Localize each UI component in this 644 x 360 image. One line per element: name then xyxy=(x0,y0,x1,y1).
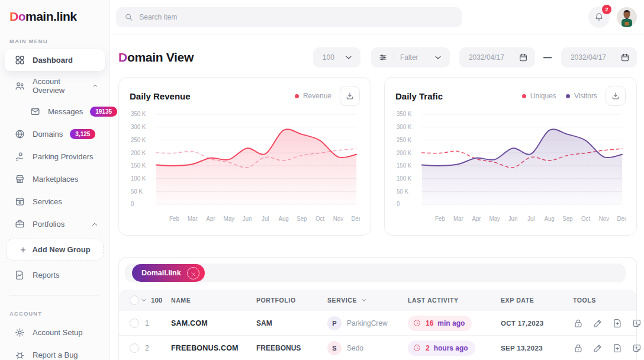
select-all-checkbox[interactable] xyxy=(130,295,139,305)
sidebar-item-label: Account Setup xyxy=(33,328,83,337)
chevron-up-icon[interactable] xyxy=(91,220,99,229)
search-input[interactable] xyxy=(139,13,453,21)
note-plus-icon xyxy=(632,318,642,329)
chevron-up-icon[interactable] xyxy=(92,82,99,90)
main-area: 2 Domain View 100 xyxy=(110,0,644,360)
row-checkbox[interactable] xyxy=(130,343,139,353)
grid-icon xyxy=(14,54,25,66)
edit-icon xyxy=(593,318,603,329)
column-header-service[interactable]: SERVICE xyxy=(327,297,408,304)
legend-item: Uniques xyxy=(522,92,556,100)
x xyxy=(191,272,196,277)
box-icon xyxy=(14,196,25,207)
column-header-tools: TOOLS xyxy=(573,297,626,304)
filter-chip[interactable]: Domail.link xyxy=(132,264,205,282)
sidebar-item-label: Dashboard xyxy=(33,56,73,65)
sidebar-item-domains[interactable]: Domains3,125 xyxy=(5,123,105,145)
file-plus-button[interactable] xyxy=(612,318,623,329)
svg-text:Sep: Sep xyxy=(562,216,573,222)
sidebar-item-label: Parking Providers xyxy=(33,152,94,161)
avatar[interactable] xyxy=(617,7,637,27)
edit-button[interactable] xyxy=(593,318,603,329)
date-to-value: 2032/04/17 xyxy=(571,53,606,62)
svg-text:Nov: Nov xyxy=(599,216,609,222)
portfolio-name: SAM xyxy=(256,319,327,327)
file-plus-button[interactable] xyxy=(612,343,623,353)
domain-name[interactable]: SAM.COM xyxy=(171,319,256,327)
filter-dropdown[interactable]: Falter xyxy=(371,47,450,68)
divider xyxy=(394,52,394,63)
svg-text:Sep: Sep xyxy=(297,216,307,222)
sliders-icon xyxy=(378,53,388,62)
clock xyxy=(413,319,421,327)
chevron-down-icon xyxy=(344,53,353,62)
filter-label: Falter xyxy=(400,53,427,62)
edit-button[interactable] xyxy=(593,343,603,353)
sidebar-item-reports[interactable]: Reports xyxy=(5,264,105,286)
chevron-down-icon xyxy=(433,53,443,62)
topbar: 2 xyxy=(110,0,644,34)
sidebar-item-label: Marketplaces xyxy=(33,175,78,184)
table-row[interactable]: 1SAM.COMSAMPParkingCrew16min agoOCT 17,2… xyxy=(119,311,636,336)
lock-button[interactable] xyxy=(573,318,584,329)
domain-name[interactable]: FREEBONUS.COM xyxy=(171,344,256,352)
portfolio-name: FREEBONUS xyxy=(256,344,327,352)
tools-cell xyxy=(573,318,642,329)
table-row[interactable]: 2FREEBONUS.COMFREEBONUSSSedo2hours agoSE… xyxy=(119,336,636,360)
sidebar-item-portfolios[interactable]: Portfolios xyxy=(5,213,105,235)
sidebar-item-messages[interactable]: Messages19135 xyxy=(5,101,105,123)
svg-text:100 K: 100 K xyxy=(131,175,146,182)
search-bar[interactable] xyxy=(116,7,462,27)
page-size-select[interactable]: 100 xyxy=(313,47,360,68)
chip-close-button[interactable] xyxy=(187,267,199,279)
date-to-picker[interactable]: 2032/04/17 xyxy=(561,47,637,68)
sidebar-item-account-overview[interactable]: Account Overview xyxy=(5,72,105,100)
svg-text:350 K: 350 K xyxy=(397,111,412,117)
clock-icon xyxy=(413,343,421,352)
download-button[interactable] xyxy=(606,86,626,106)
tools-cell xyxy=(573,343,642,353)
svg-text:Apr: Apr xyxy=(472,216,481,222)
svg-text:150 K: 150 K xyxy=(131,162,146,169)
date-from-value: 2032/04/17 xyxy=(469,53,504,62)
store-icon xyxy=(14,173,25,185)
sidebar-item-report-a-bug[interactable]: Report a Bug xyxy=(5,344,105,360)
sidebar-item-add-new-group[interactable]: Add New Group xyxy=(6,239,104,261)
sidebar-item-label: Account Overview xyxy=(33,77,85,95)
note-plus-button[interactable] xyxy=(632,343,642,353)
close-icon xyxy=(191,271,196,276)
column-header-last-activity: LAST ACTIVITY xyxy=(408,297,501,304)
sidebar-item-parking-providers[interactable]: Parking Providers xyxy=(5,146,105,168)
page-head: Domain View 100 Falter 2032/04/17 xyxy=(118,47,637,68)
chart-legend: Revenue xyxy=(295,92,331,100)
chev-down xyxy=(433,53,443,62)
sidebar-item-account-setup[interactable]: Account Setup xyxy=(5,322,105,343)
date-from-picker[interactable]: 2032/04/17 xyxy=(459,47,535,68)
row-checkbox[interactable] xyxy=(130,319,139,328)
download xyxy=(345,91,355,101)
lock-button[interactable] xyxy=(573,343,584,353)
filter-chip-bar: Domail.link xyxy=(125,263,626,282)
svg-text:300 K: 300 K xyxy=(131,124,146,130)
sidebar-item-marketplaces[interactable]: Marketplaces xyxy=(5,168,105,190)
svg-text:200 K: 200 K xyxy=(131,150,146,156)
logo-accent: Do xyxy=(9,9,25,23)
main-menu: DashboardAccount OverviewMessages19135Do… xyxy=(0,49,110,286)
service-cell: PParkingCrew xyxy=(327,316,408,330)
exp-date: SEP 13,2023 xyxy=(501,345,573,352)
note-plus-button[interactable] xyxy=(632,318,642,329)
filter-chip-label: Domail.link xyxy=(141,269,181,277)
sidebar-item-services[interactable]: Services xyxy=(5,191,105,213)
notifications-button[interactable]: 2 xyxy=(588,7,610,28)
svg-text:Jul: Jul xyxy=(527,216,534,222)
svg-text:Dec: Dec xyxy=(617,216,626,222)
sidebar-item-dashboard[interactable]: Dashboard xyxy=(5,49,105,71)
svg-text:200 K: 200 K xyxy=(397,150,412,156)
download-button[interactable] xyxy=(340,86,360,106)
svg-text:Aug: Aug xyxy=(544,216,554,222)
rows-per-page-header[interactable]: 100 xyxy=(140,297,171,304)
note-plus-icon xyxy=(632,343,642,353)
chart-plot: 050 K100 K150 K200 K250 K300 K350 KFebMa… xyxy=(395,108,626,227)
sidebar-item-label: Portfolios xyxy=(33,220,65,229)
svg-text:Feb: Feb xyxy=(169,216,179,222)
